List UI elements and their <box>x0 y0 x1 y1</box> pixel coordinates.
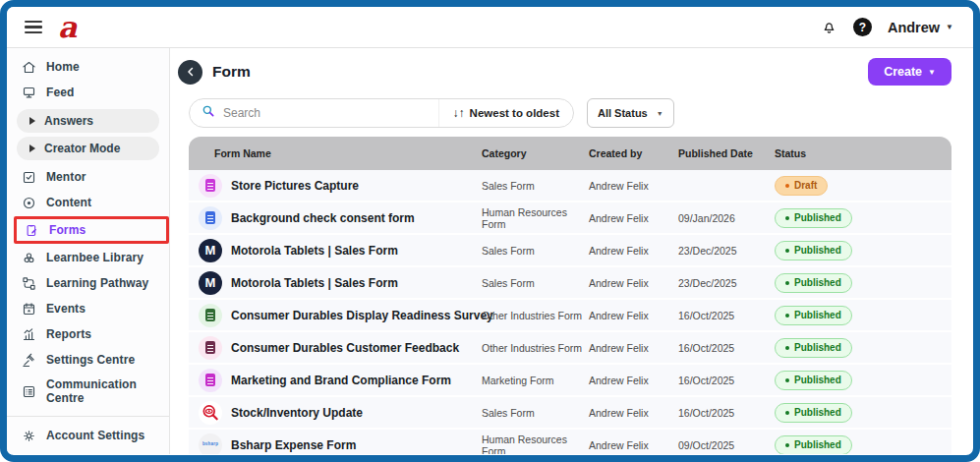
sort-button[interactable]: ↓↑ Newest to oldest <box>438 99 573 127</box>
forms-highlight-box: Forms <box>14 216 169 244</box>
table-row[interactable]: Store Pictures Capture Sales Form Andrew… <box>189 170 951 202</box>
notifications-bell-icon[interactable] <box>821 19 837 35</box>
status-badge: Published <box>775 241 852 260</box>
library-circles-icon <box>21 250 36 265</box>
create-button[interactable]: Create ▼ <box>868 58 951 86</box>
table-row[interactable]: Background check consent form Human Reso… <box>189 202 951 235</box>
form-name[interactable]: Motorola Tablets | Sales Form <box>231 244 398 258</box>
form-category: Marketing Form <box>482 375 589 386</box>
bar-chart-icon <box>21 326 36 342</box>
sidebar-item-learnbee-library[interactable]: Learnbee Library <box>7 245 169 270</box>
table-row[interactable]: Marketing and Brand Compliance Form Mark… <box>189 365 951 397</box>
table-row[interactable]: Stock/Inventory Update Sales Form Andrew… <box>189 397 951 430</box>
sidebar-divider <box>7 416 169 417</box>
status-filter-dropdown[interactable]: All Status ▼ <box>587 98 674 128</box>
sidebar-item-answers[interactable]: Answers <box>17 109 159 133</box>
main-content: Form Create ▼ ↓↑ Newest to oldest <box>170 48 973 454</box>
form-published-date: 23/Dec/2025 <box>678 277 775 289</box>
checkbox-check-icon <box>21 169 36 185</box>
form-doc-icon <box>199 206 222 230</box>
form-published-date: 16/Oct/2025 <box>678 407 775 419</box>
back-button[interactable] <box>178 60 202 85</box>
gear-icon <box>21 428 36 443</box>
sidebar-item-label: Settings Centre <box>46 353 135 367</box>
search-bar: ↓↑ Newest to oldest <box>189 98 574 128</box>
sidebar-item-label: Creator Mode <box>44 142 120 155</box>
user-name: Andrew <box>888 20 940 35</box>
form-doc-icon <box>199 174 222 198</box>
form-name[interactable]: Bsharp Expense Form <box>231 438 356 452</box>
motorola-logo-icon: M <box>199 239 222 262</box>
create-button-label: Create <box>884 65 922 79</box>
form-published-date: 16/Oct/2025 <box>678 310 775 321</box>
table-row[interactable]: bsharp Bsharp Expense Form Human Resourc… <box>189 430 951 454</box>
form-doc-icon <box>199 336 222 360</box>
page-header: Form Create ▼ <box>178 58 951 86</box>
column-header-published-date: Published Date <box>678 147 775 159</box>
feed-icon <box>21 85 36 100</box>
user-menu[interactable]: Andrew ▼ <box>888 20 953 35</box>
forms-table: Form Name Category Created by Published … <box>189 137 951 454</box>
form-name[interactable]: Consumer Durables Display Readiness Surv… <box>231 309 493 322</box>
sidebar-item-label: Feed <box>46 86 74 99</box>
form-category: Human Resources Form <box>482 206 589 230</box>
motorola-logo-icon: M <box>199 271 222 295</box>
calendar-star-icon <box>21 301 36 317</box>
sidebar-item-label: Answers <box>44 114 93 128</box>
table-row[interactable]: Consumer Durables Display Readiness Surv… <box>189 300 951 332</box>
sidebar-item-account-settings[interactable]: Account Settings <box>7 423 169 448</box>
form-clipboard-icon <box>24 222 39 238</box>
form-name[interactable]: Store Pictures Capture <box>231 179 359 193</box>
sidebar-item-events[interactable]: Events <box>7 296 169 321</box>
status-badge: Published <box>775 435 852 455</box>
sidebar-item-label: Content <box>46 196 91 209</box>
sidebar-item-communication-centre[interactable]: Communication Centre <box>7 373 169 410</box>
table-row[interactable]: M Motorola Tablets | Sales Form Sales Fo… <box>189 267 951 300</box>
sidebar-item-label: Home <box>46 60 80 74</box>
sidebar-item-home[interactable]: Home <box>7 54 169 80</box>
sidebar-item-reports[interactable]: Reports <box>7 321 169 347</box>
bsharp-logo-icon: bsharp <box>199 433 222 455</box>
table-header-row: Form Name Category Created by Published … <box>189 137 951 170</box>
form-name[interactable]: Background check consent form <box>231 211 415 225</box>
column-header-created-by: Created by <box>589 147 678 159</box>
form-name[interactable]: Marketing and Brand Compliance Form <box>231 374 451 387</box>
table-row[interactable]: Consumer Durables Customer Feedback Othe… <box>189 332 951 365</box>
list-panel-icon <box>21 383 36 399</box>
app-window: a ? Andrew ▼ Home Feed <box>0 0 980 462</box>
sidebar-item-mentor[interactable]: Mentor <box>7 164 169 190</box>
search-icon <box>202 104 215 122</box>
sidebar-item-user-management[interactable]: User Management <box>7 448 169 454</box>
sidebar-item-content[interactable]: Content <box>7 190 169 215</box>
form-category: Other Industries Form <box>482 310 589 321</box>
sidebar-item-learning-pathway[interactable]: Learning Pathway <box>7 270 169 296</box>
hamburger-menu-icon[interactable] <box>25 21 42 34</box>
sidebar-item-settings-centre[interactable]: Settings Centre <box>7 347 169 373</box>
list-controls: ↓↑ Newest to oldest All Status ▼ <box>189 98 951 128</box>
search-input[interactable] <box>215 106 438 120</box>
form-published-date: 09/Oct/2025 <box>678 439 775 451</box>
form-name[interactable]: Consumer Durables Customer Feedback <box>231 341 459 355</box>
form-category: Other Industries Form <box>482 342 589 354</box>
sidebar-item-label: Learning Pathway <box>46 276 148 290</box>
caret-right-icon <box>29 117 35 125</box>
sidebar-item-label: Reports <box>46 327 91 341</box>
stock-inventory-logo-icon <box>199 401 222 425</box>
form-created-by: Andrew Felix <box>589 407 678 419</box>
sidebar-item-label: Account Settings <box>46 429 144 442</box>
sidebar-item-feed[interactable]: Feed <box>7 80 169 105</box>
column-header-form-name: Form Name <box>189 147 482 159</box>
form-created-by: Andrew Felix <box>589 245 678 257</box>
status-badge: Published <box>775 338 852 358</box>
sidebar-item-forms[interactable]: Forms <box>17 219 166 241</box>
brand-logo[interactable]: a <box>58 13 77 42</box>
column-header-status: Status <box>775 147 951 159</box>
sidebar-item-label: Forms <box>49 223 86 237</box>
sidebar-item-creator-mode[interactable]: Creator Mode <box>17 137 159 160</box>
status-badge: Published <box>775 273 852 293</box>
table-row[interactable]: M Motorola Tablets | Sales Form Sales Fo… <box>189 235 951 267</box>
form-name[interactable]: Motorola Tablets | Sales Form <box>231 276 398 290</box>
help-icon[interactable]: ? <box>853 18 872 36</box>
form-name[interactable]: Stock/Inventory Update <box>231 406 363 420</box>
form-created-by: Andrew Felix <box>589 439 678 451</box>
